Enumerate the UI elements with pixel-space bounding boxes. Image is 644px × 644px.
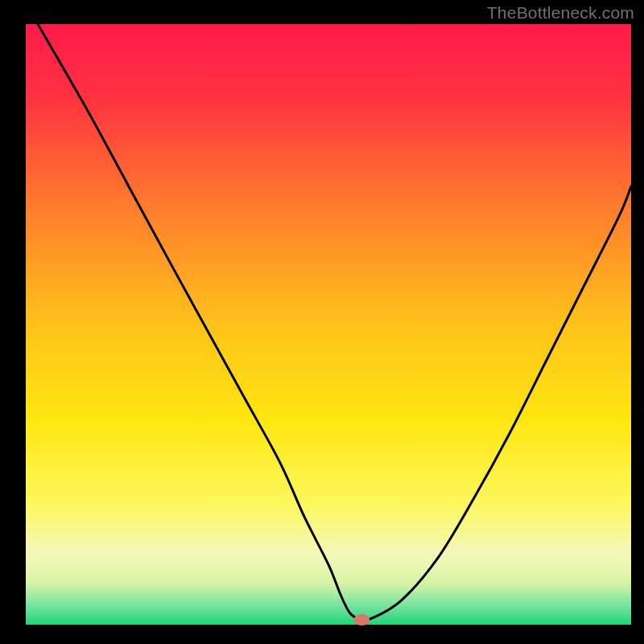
bottleneck-plot xyxy=(0,0,644,644)
watermark-label: TheBottleneck.com xyxy=(487,3,634,23)
chart-container: TheBottleneck.com xyxy=(0,0,644,644)
plot-background xyxy=(26,24,631,625)
min-point-marker xyxy=(353,614,369,625)
